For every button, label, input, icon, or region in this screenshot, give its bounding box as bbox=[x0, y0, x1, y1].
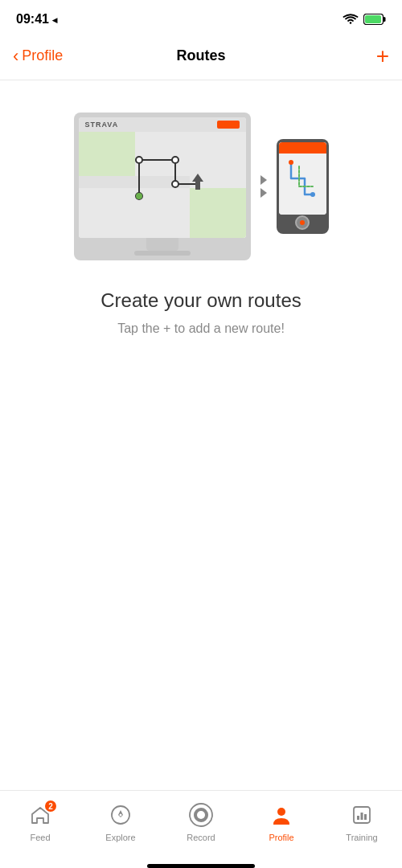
svg-point-15 bbox=[172, 157, 178, 163]
explore-icon-wrap bbox=[106, 800, 135, 829]
svg-point-16 bbox=[172, 181, 178, 187]
tab-label-training: Training bbox=[346, 833, 377, 842]
status-bar: 09:41 ◂ bbox=[0, 0, 402, 35]
page-title: Routes bbox=[176, 47, 225, 64]
monitor-header: STRAVA bbox=[79, 117, 246, 132]
main-content: STRAVA bbox=[0, 80, 402, 790]
back-label: Profile bbox=[22, 47, 63, 64]
wifi-icon bbox=[343, 14, 359, 25]
feed-icon-wrap: 2 bbox=[26, 800, 55, 829]
tab-bar: 2 Feed Explore Record bbox=[0, 790, 402, 861]
tab-label-explore: Explore bbox=[105, 833, 135, 842]
transfer-arrows bbox=[260, 175, 267, 198]
svg-point-29 bbox=[277, 808, 285, 816]
svg-rect-4 bbox=[190, 188, 246, 238]
training-icon-wrap bbox=[347, 800, 376, 829]
svg-point-14 bbox=[136, 157, 142, 163]
status-icons bbox=[343, 14, 386, 25]
tab-label-profile: Profile bbox=[269, 833, 293, 842]
status-time: 09:41 ◂ bbox=[16, 12, 57, 27]
record-icon bbox=[188, 802, 214, 828]
add-route-button[interactable]: + bbox=[376, 45, 389, 68]
record-icon-wrap bbox=[187, 800, 215, 829]
tab-label-record: Record bbox=[187, 833, 215, 842]
empty-state-subtitle: Tap the + to add a new route! bbox=[117, 321, 285, 336]
arrow-right-icon-2 bbox=[260, 188, 267, 198]
svg-rect-33 bbox=[364, 814, 367, 820]
illustration: STRAVA bbox=[74, 113, 329, 260]
profile-icon bbox=[270, 804, 293, 826]
tab-item-feed[interactable]: 2 Feed bbox=[0, 800, 80, 842]
tab-item-training[interactable]: Training bbox=[322, 800, 402, 842]
profile-icon-wrap bbox=[267, 800, 296, 829]
svg-point-25 bbox=[120, 814, 122, 817]
phone-screen bbox=[279, 142, 326, 215]
monitor-screen: STRAVA bbox=[79, 117, 246, 238]
home-indicator bbox=[147, 864, 255, 868]
tab-item-record[interactable]: Record bbox=[161, 800, 241, 842]
phone-bottom bbox=[279, 215, 326, 231]
phone-button-dot bbox=[300, 220, 305, 225]
svg-rect-1 bbox=[384, 17, 386, 22]
tab-item-profile[interactable]: Profile bbox=[241, 800, 322, 842]
svg-rect-7 bbox=[79, 188, 190, 238]
back-button[interactable]: ‹ Profile bbox=[13, 47, 63, 65]
monitor-stand bbox=[146, 238, 178, 251]
training-icon bbox=[351, 804, 373, 826]
arrow-right-icon bbox=[260, 175, 267, 185]
svg-rect-31 bbox=[357, 816, 359, 820]
svg-point-22 bbox=[310, 192, 315, 197]
svg-point-28 bbox=[197, 811, 205, 819]
svg-point-21 bbox=[289, 160, 293, 165]
empty-state-title: Create your own routes bbox=[100, 289, 301, 312]
monitor-red-bar bbox=[217, 121, 240, 129]
svg-rect-3 bbox=[79, 132, 135, 176]
tab-item-explore[interactable]: Explore bbox=[80, 800, 161, 842]
monitor-illustration: STRAVA bbox=[74, 113, 251, 260]
nav-bar: ‹ Profile Routes + bbox=[0, 35, 402, 80]
tab-label-feed: Feed bbox=[30, 833, 50, 842]
svg-rect-32 bbox=[361, 813, 363, 820]
strava-logo: STRAVA bbox=[85, 121, 119, 129]
battery-icon bbox=[363, 14, 386, 25]
monitor-map bbox=[79, 132, 246, 238]
feed-badge: 2 bbox=[43, 799, 58, 813]
phone-illustration bbox=[277, 139, 329, 234]
monitor-base bbox=[134, 251, 191, 256]
svg-rect-5 bbox=[135, 132, 190, 176]
svg-point-18 bbox=[136, 193, 142, 199]
compass-icon bbox=[109, 804, 132, 826]
svg-rect-2 bbox=[365, 15, 381, 23]
svg-rect-20 bbox=[279, 142, 326, 154]
phone-home-button bbox=[295, 215, 310, 230]
back-arrow-icon: ‹ bbox=[13, 47, 18, 65]
